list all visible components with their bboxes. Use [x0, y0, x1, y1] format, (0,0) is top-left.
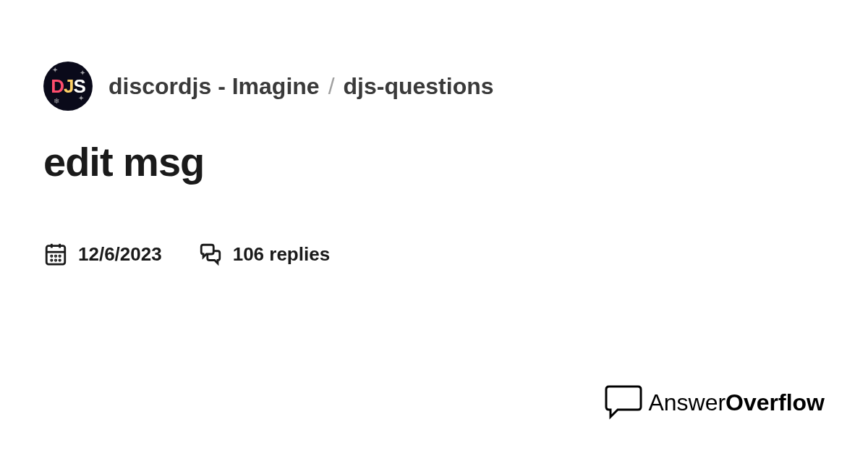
channel-name: djs-questions	[344, 73, 494, 100]
replies-meta: 106 replies	[198, 242, 330, 266]
brand-answer: Answer	[648, 389, 726, 415]
breadcrumb: discordjs - Imagine / djs-questions	[109, 73, 494, 100]
svg-point-9	[59, 260, 60, 261]
brand-text: AnswerOverflow	[648, 389, 825, 416]
replies-icon	[198, 242, 223, 266]
reply-count: 106 replies	[233, 243, 330, 266]
svg-point-7	[51, 260, 52, 261]
header: ✦ ✦ ❄ ✦ DJS discordjs - Imagine / djs-qu…	[43, 62, 825, 111]
calendar-icon	[43, 242, 68, 266]
post-date: 12/6/2023	[78, 243, 162, 266]
date-meta: 12/6/2023	[43, 242, 162, 266]
svg-point-4	[51, 256, 52, 256]
svg-point-8	[55, 260, 56, 261]
breadcrumb-separator: /	[328, 73, 335, 100]
svg-point-5	[55, 256, 56, 256]
speech-bubble-icon	[602, 385, 645, 420]
server-avatar: ✦ ✦ ❄ ✦ DJS	[43, 62, 93, 111]
brand-overflow: Overflow	[726, 389, 825, 415]
post-meta: 12/6/2023 106 replies	[43, 242, 825, 266]
post-title: edit msg	[43, 138, 825, 185]
brand-logo: AnswerOverflow	[602, 385, 825, 420]
svg-point-6	[59, 256, 60, 256]
server-name: discordjs - Imagine	[109, 73, 320, 100]
